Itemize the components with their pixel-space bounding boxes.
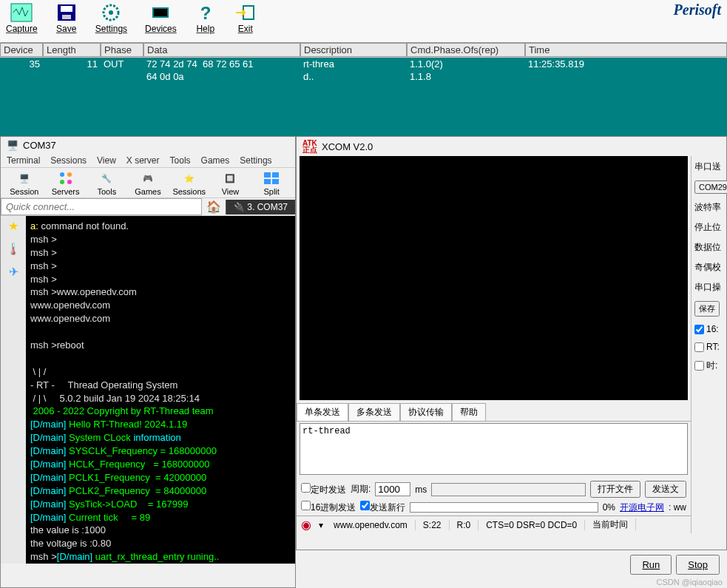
stop-button[interactable]: Stop	[676, 555, 720, 575]
games-icon: 🎮	[139, 169, 157, 187]
send-input[interactable]: rt-thread	[300, 423, 688, 475]
timestamp-checkbox[interactable]: 时:	[694, 359, 727, 372]
col-description[interactable]: Description	[300, 43, 407, 57]
tool-servers[interactable]: Servers	[45, 169, 87, 196]
home-icon[interactable]: 🏠	[202, 200, 226, 214]
newline-checkbox[interactable]: 发送新行	[360, 501, 405, 514]
xcom-tabs: 单条发送 多条发送 协议传输 帮助	[297, 403, 691, 422]
svg-text:?: ?	[200, 3, 211, 22]
devices-icon	[149, 1, 172, 24]
menu-settings[interactable]: Settings	[240, 155, 271, 166]
tool-session[interactable]: 🖥️Session	[4, 169, 45, 196]
menu-sessions[interactable]: Sessions	[50, 155, 87, 166]
grid-row-cont: 64 0d 0a d.. 1.1.8	[0, 70, 727, 83]
exit-button[interactable]: Exit	[234, 1, 257, 34]
tool-games[interactable]: 🎮Games	[127, 169, 169, 196]
xcom-app-icon: ATK正点	[302, 140, 317, 153]
com37-sidebar: ★ 🌡️ ✈	[1, 216, 26, 564]
col-time[interactable]: Time	[525, 43, 727, 57]
svg-point-11	[67, 172, 72, 177]
tab-protocol[interactable]: 协议传输	[400, 403, 452, 421]
port-select[interactable]: COM29	[694, 180, 727, 194]
save-window-button[interactable]: 保存	[694, 301, 720, 317]
rts-checkbox[interactable]: RT:	[694, 342, 727, 352]
tool-tools[interactable]: 🔧Tools	[86, 169, 127, 196]
svg-rect-15	[272, 172, 279, 178]
save-icon	[55, 1, 78, 24]
send-sidebar-icon[interactable]: ✈	[9, 265, 18, 279]
period-input[interactable]	[375, 482, 410, 496]
com37-app-icon: 🖥️	[7, 140, 18, 151]
databits-label: 数据位	[694, 241, 727, 254]
parity-label: 奇偶校	[694, 261, 727, 274]
status-url[interactable]: www.openedv.com	[326, 520, 416, 530]
col-device[interactable]: Device	[0, 43, 43, 57]
perisoft-brand: Perisoft	[674, 1, 721, 18]
temp-sidebar-icon[interactable]: 🌡️	[6, 242, 21, 256]
status-dot-icon: ◉	[297, 518, 316, 532]
port-label: 串口送	[694, 160, 727, 173]
tab-multi-send[interactable]: 多条发送	[348, 403, 400, 421]
svg-rect-14	[264, 172, 271, 178]
devices-button[interactable]: Devices	[145, 1, 177, 34]
com37-window: 🖥️ COM37 Terminal Sessions View X server…	[0, 136, 296, 588]
run-button[interactable]: Run	[630, 555, 672, 575]
xcom-titlebar: ATK正点 XCOM V2.0	[297, 137, 726, 156]
bottom-controls: Run Stop	[630, 555, 720, 575]
com37-toolbar: 🖥️Session Servers 🔧Tools 🎮Games ⭐Session…	[1, 168, 295, 198]
perisoft-grid: Device Length Phase Data Description Cmd…	[0, 43, 727, 136]
menu-tools[interactable]: Tools	[170, 155, 191, 166]
svg-rect-7	[154, 9, 167, 16]
grid-row[interactable]: 35 11 OUT 72 74 2d 74 68 72 65 61 rt-thr…	[0, 58, 727, 70]
open-file-button[interactable]: 打开文件	[590, 481, 640, 498]
save-button[interactable]: Save	[55, 1, 78, 34]
xcom-window: ATK正点 XCOM V2.0 单条发送 多条发送 协议传输 帮助 rt-thr…	[296, 136, 727, 550]
col-phase[interactable]: Phase	[101, 43, 143, 57]
com37-titlebar: 🖥️ COM37	[1, 137, 295, 154]
tool-view[interactable]: 🔲View	[210, 169, 251, 196]
col-cmd[interactable]: Cmd.Phase.Ofs(rep)	[407, 43, 525, 57]
status-dropdown-icon[interactable]: ▾	[316, 520, 326, 530]
tab-help[interactable]: 帮助	[452, 403, 486, 421]
website-link[interactable]: 开源电子网	[620, 501, 664, 514]
terminal-output[interactable]: a: command not found. msh > msh > msh > …	[26, 216, 295, 564]
session-icon: 🖥️	[16, 169, 33, 187]
tool-sessions[interactable]: ⭐Sessions	[169, 169, 210, 196]
file-path-input[interactable]	[431, 483, 586, 496]
settings-button[interactable]: Settings	[95, 1, 127, 34]
svg-rect-16	[264, 179, 271, 184]
hex-display-checkbox[interactable]: 16:	[694, 324, 727, 334]
tab-single-send[interactable]: 单条发送	[297, 403, 348, 421]
xcom-display[interactable]	[300, 156, 688, 400]
baud-label: 波特率	[694, 201, 727, 214]
split-icon	[263, 169, 280, 187]
send-controls-row2: 16进制发送 发送新行 0% 开源电子网: ww	[297, 499, 691, 516]
status-sent: S:22	[416, 520, 450, 530]
menu-view[interactable]: View	[97, 155, 116, 166]
xcom-statusbar: ◉ ▾ www.openedv.com S:22 R:0 CTS=0 DSR=0…	[297, 516, 691, 533]
hex-send-checkbox[interactable]: 16进制发送	[301, 501, 356, 514]
timed-send-checkbox[interactable]: 定时发送	[301, 483, 346, 496]
col-data[interactable]: Data	[143, 43, 300, 57]
settings-icon	[100, 1, 122, 24]
capture-button[interactable]: Capture	[6, 1, 38, 34]
tool-split[interactable]: Split	[251, 169, 292, 196]
col-length[interactable]: Length	[43, 43, 101, 57]
menu-terminal[interactable]: Terminal	[7, 155, 40, 166]
svg-rect-3	[62, 15, 71, 19]
xcom-side-panel: 串口送 COM29 波特率 停止位 数据位 奇偶校 串口操 保存 16: RT:…	[691, 156, 727, 533]
status-time: 当前时间	[585, 518, 636, 531]
menu-games[interactable]: Games	[201, 155, 230, 166]
watermark: CSDN @iqiaoqiao	[657, 578, 723, 587]
menu-xserver[interactable]: X server	[126, 155, 160, 166]
servers-icon	[57, 169, 75, 187]
session-tab[interactable]: 🔌 3. COM37	[226, 200, 295, 214]
star-sidebar-icon[interactable]: ★	[8, 219, 18, 233]
view-icon: 🔲	[221, 169, 239, 187]
quick-connect-input[interactable]	[1, 198, 202, 215]
send-file-button[interactable]: 发送文	[645, 481, 686, 498]
status-cts: CTS=0 DSR=0 DCD=0	[479, 520, 585, 530]
help-button[interactable]: ? Help	[195, 1, 217, 34]
progress-bar	[410, 502, 598, 513]
svg-rect-2	[61, 6, 72, 12]
